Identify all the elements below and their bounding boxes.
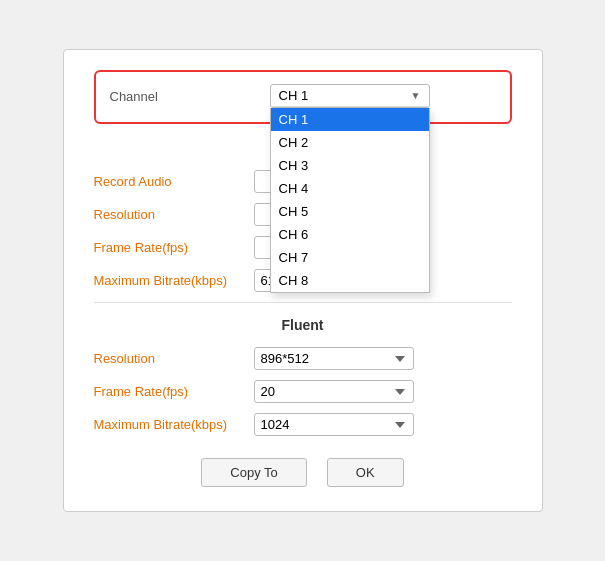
channel-select-display[interactable]: CH 1 ▼: [271, 85, 429, 107]
channel-option-7[interactable]: CH 7: [271, 246, 429, 269]
fluent-section: Fluent Resolution 896*512 Frame Rate(fps…: [94, 302, 512, 436]
record-audio-label: Record Audio: [94, 174, 254, 189]
copy-to-button[interactable]: Copy To: [201, 458, 306, 487]
fluent-resolution-select[interactable]: 896*512: [254, 347, 414, 370]
channel-section: Channel CH 1 ▼ CH 1 CH 2 CH 3 CH 4 CH 5 …: [94, 70, 512, 124]
channel-selected-value: CH 1: [279, 88, 309, 103]
fluent-bitrate-label: Maximum Bitrate(kbps): [94, 417, 254, 432]
channel-dropdown-list[interactable]: CH 1 CH 2 CH 3 CH 4 CH 5 CH 6 CH 7 CH 8: [270, 108, 430, 293]
channel-option-4[interactable]: CH 4: [271, 177, 429, 200]
channel-label: Channel: [110, 89, 270, 104]
channel-option-8[interactable]: CH 8: [271, 269, 429, 292]
channel-option-3[interactable]: CH 3: [271, 154, 429, 177]
channel-select-wrap: CH 1 ▼ CH 1 CH 2 CH 3 CH 4 CH 5 CH 6 CH …: [270, 84, 430, 108]
channel-dropdown-arrow: ▼: [411, 90, 421, 101]
channel-option-1[interactable]: CH 1: [271, 108, 429, 131]
settings-dialog: Channel CH 1 ▼ CH 1 CH 2 CH 3 CH 4 CH 5 …: [63, 49, 543, 512]
clear-bitrate-label: Maximum Bitrate(kbps): [94, 273, 254, 288]
channel-option-5[interactable]: CH 5: [271, 200, 429, 223]
clear-resolution-label: Resolution: [94, 207, 254, 222]
fluent-divider: [94, 302, 512, 303]
channel-field-row: Channel CH 1 ▼ CH 1 CH 2 CH 3 CH 4 CH 5 …: [110, 84, 496, 108]
channel-option-2[interactable]: CH 2: [271, 131, 429, 154]
footer-buttons: Copy To OK: [94, 458, 512, 487]
fluent-bitrate-select[interactable]: 1024: [254, 413, 414, 436]
clear-framerate-label: Frame Rate(fps): [94, 240, 254, 255]
fluent-bitrate-row: Maximum Bitrate(kbps) 1024: [94, 413, 512, 436]
fluent-section-title: Fluent: [94, 317, 512, 333]
fluent-framerate-label: Frame Rate(fps): [94, 384, 254, 399]
channel-option-6[interactable]: CH 6: [271, 223, 429, 246]
fluent-resolution-row: Resolution 896*512: [94, 347, 512, 370]
fluent-framerate-row: Frame Rate(fps) 20: [94, 380, 512, 403]
fluent-resolution-label: Resolution: [94, 351, 254, 366]
fluent-framerate-select[interactable]: 20: [254, 380, 414, 403]
channel-dropdown[interactable]: CH 1 ▼: [270, 84, 430, 108]
ok-button[interactable]: OK: [327, 458, 404, 487]
